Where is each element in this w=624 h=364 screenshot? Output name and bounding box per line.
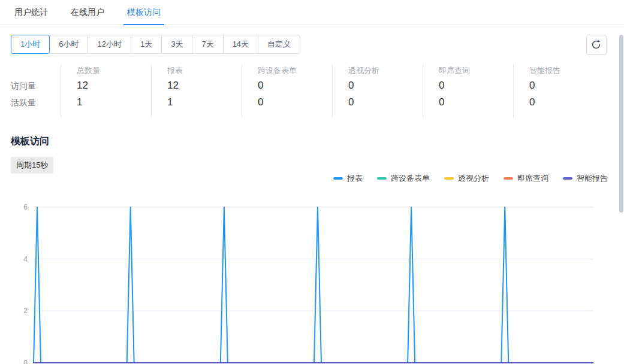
stats-value: 12 (77, 77, 151, 94)
stats-value: 0 (529, 77, 604, 94)
stats-value: 0 (348, 94, 423, 111)
stats-column-header: 总数量 (77, 64, 151, 77)
tab-template-visits[interactable]: 模板访问 (123, 0, 164, 25)
row-label-visits: 访问量 (11, 77, 61, 94)
legend-item-smart-report[interactable]: 智能报告 (563, 173, 608, 184)
stats-value: 0 (439, 94, 513, 111)
series-line-report (33, 207, 593, 363)
legend-marker (563, 177, 572, 180)
y-axis-tick-label: 2 (23, 307, 28, 315)
time-filter-1h[interactable]: 1小时 (11, 35, 50, 54)
stats-value: 12 (167, 77, 242, 94)
stats-column-header: 报表 (167, 64, 242, 77)
legend-label: 即席查询 (517, 173, 548, 184)
chart-canvas: 0246 (0, 198, 624, 364)
stats-row-headers: 访问量 活跃量 (11, 64, 61, 118)
time-filter-custom[interactable]: 自定义 (258, 35, 300, 54)
template-visits-chart: 0246 (0, 198, 624, 364)
stats-column-header: 即席查询 (439, 64, 513, 77)
legend-label: 透视分析 (458, 173, 489, 184)
time-filter-toolbar: 1小时6小时12小时1天3天7天14天自定义 (11, 35, 613, 55)
time-filter-12h[interactable]: 12小时 (88, 35, 131, 54)
legend-label: 跨设备表单 (391, 173, 430, 184)
time-filter-3d[interactable]: 3天 (161, 35, 192, 54)
cycle-badge: 周期15秒 (11, 157, 53, 174)
legend-item-adhoc-query[interactable]: 即席查询 (504, 173, 548, 184)
stats-value: 0 (258, 77, 332, 94)
legend-marker (333, 177, 343, 180)
tab-online-users[interactable]: 在线用户 (67, 0, 108, 25)
tab-user-stats[interactable]: 用户统计 (11, 0, 52, 25)
legend-item-cross-device-form[interactable]: 跨设备表单 (377, 173, 430, 184)
time-filter-6h[interactable]: 6小时 (49, 35, 88, 54)
chart-legend: 报表跨设备表单透视分析即席查询智能报告 (319, 173, 608, 184)
legend-marker (377, 177, 387, 180)
stats-column-header: 跨设备表单 (258, 64, 332, 77)
stats-column-pivot-analysis: 透视分析00 (332, 64, 423, 118)
legend-item-report[interactable]: 报表 (333, 173, 363, 184)
stats-column-header: 透视分析 (348, 64, 423, 77)
row-label-active: 活跃量 (11, 94, 61, 111)
stats-value: 1 (77, 94, 151, 111)
legend-item-pivot-analysis[interactable]: 透视分析 (444, 173, 489, 184)
stats-column-header: 智能报告 (529, 64, 604, 77)
refresh-button[interactable] (586, 35, 607, 55)
stats-column-smart-report: 智能报告00 (513, 64, 604, 118)
stats-column-total: 总数量121 (61, 64, 151, 118)
legend-label: 报表 (347, 173, 363, 184)
vertical-scrollbar[interactable] (619, 35, 623, 213)
stats-column-cross-device-form: 跨设备表单00 (242, 64, 332, 118)
y-axis-tick-label: 4 (23, 255, 28, 263)
stats-value: 0 (439, 77, 513, 94)
dashboard-page: 用户统计在线用户模板访问 1小时6小时12小时1天3天7天14天自定义 访问量 … (0, 0, 624, 364)
stats-value: 0 (529, 94, 604, 111)
legend-marker (504, 177, 513, 180)
stats-value: 0 (258, 94, 332, 111)
stats-value: 1 (167, 94, 242, 111)
refresh-icon (591, 40, 602, 50)
stats-table: 访问量 活跃量 总数量121报表121跨设备表单00透视分析00即席查询00智能… (11, 64, 604, 118)
legend-label: 智能报告 (577, 173, 608, 184)
stats-column-report: 报表121 (151, 64, 242, 118)
tab-bar: 用户统计在线用户模板访问 (0, 0, 624, 25)
stats-column-adhoc-query: 即席查询00 (423, 64, 513, 118)
y-axis-tick-label: 6 (23, 203, 28, 211)
time-filter-group: 1小时6小时12小时1天3天7天14天自定义 (11, 35, 613, 54)
section-title: 模板访问 (11, 135, 49, 148)
time-filter-7d[interactable]: 7天 (192, 35, 223, 54)
legend-marker (444, 177, 454, 180)
time-filter-14d[interactable]: 14天 (223, 35, 258, 54)
y-axis-tick-label: 0 (23, 359, 28, 364)
stats-value: 0 (348, 77, 423, 94)
time-filter-1d[interactable]: 1天 (131, 35, 162, 54)
